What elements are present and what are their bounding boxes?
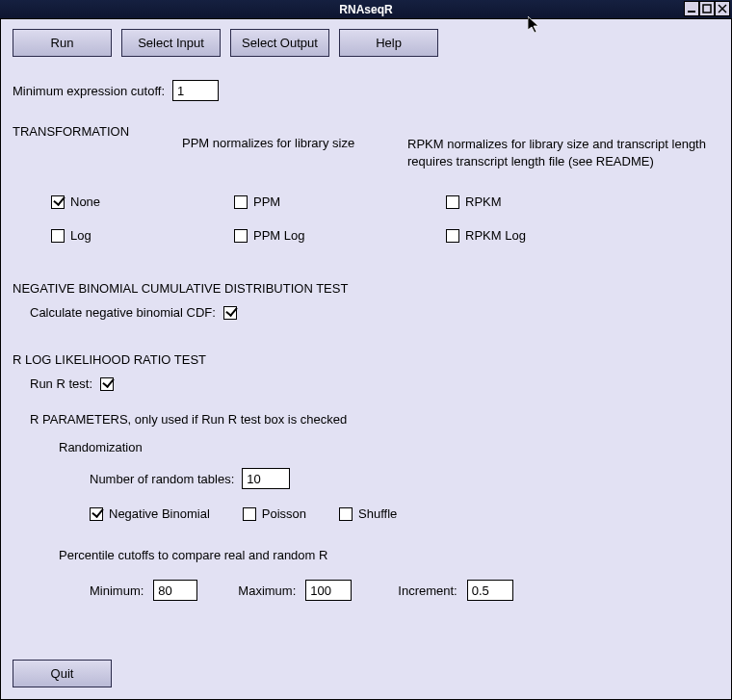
main-toolbar: Run Select Input Select Output Help [13, 29, 719, 57]
quit-button[interactable]: Quit [13, 660, 112, 687]
transform-ppm[interactable]: PPM [234, 194, 436, 209]
shuffle-checkbox[interactable] [339, 507, 353, 521]
nbcdf-label: Calculate negative binomial CDF: [30, 305, 216, 320]
randomization-heading: Randomization [59, 440, 719, 454]
transform-log[interactable]: Log [51, 228, 224, 243]
percentile-max-label: Maximum: [238, 583, 296, 598]
transform-rpkm-log[interactable]: RPKM Log [446, 228, 732, 243]
min-expression-row: Minimum expression cutoff: [13, 80, 719, 101]
percentile-inc-input[interactable] [467, 580, 513, 601]
poisson-checkbox[interactable] [243, 507, 256, 521]
rpkm-description: RPKM normalizes for library size and tra… [407, 124, 732, 170]
num-tables-label: Number of random tables: [90, 472, 234, 486]
poisson-label: Poisson [262, 506, 306, 521]
select-input-button[interactable]: Select Input [121, 29, 221, 57]
transformation-options: None PPM RPKM Log PPM Log RPKM Log [51, 194, 719, 243]
percentile-min-input[interactable] [153, 580, 197, 601]
transform-none[interactable]: None [51, 194, 224, 209]
min-expression-input[interactable] [172, 80, 219, 101]
transform-rpkm-label: RPKM [465, 194, 502, 209]
window-body: Run Select Input Select Output Help Mini… [0, 19, 732, 700]
maximize-button[interactable] [699, 1, 715, 16]
poisson-option[interactable]: Poisson [243, 506, 306, 521]
rtest-run-label: Run R test: [30, 376, 92, 391]
rtest-run-row: Run R test: [30, 376, 719, 391]
transform-ppm-checkbox[interactable] [234, 195, 248, 209]
neg-binomial-label: Negative Binomial [109, 506, 210, 521]
minimize-button[interactable] [684, 1, 699, 16]
transformation-section: TRANSFORMATION PPM normalizes for librar… [13, 124, 719, 243]
shuffle-option[interactable]: Shuffle [339, 506, 397, 521]
r-params-heading: R PARAMETERS, only used if Run R test bo… [30, 412, 719, 427]
transform-rpkm[interactable]: RPKM [446, 194, 732, 209]
percentile-min-label: Minimum: [90, 583, 144, 598]
transform-rpkm-log-checkbox[interactable] [446, 229, 459, 243]
shuffle-label: Shuffle [358, 506, 397, 521]
ppm-description: PPM normalizes for library size [182, 124, 384, 170]
nbcdf-checkbox[interactable] [223, 306, 237, 320]
transformation-descriptions: PPM normalizes for library size RPKM nor… [182, 124, 732, 170]
rtest-heading: R LOG LIKELIHOOD RATIO TEST [13, 352, 719, 367]
distribution-row: Negative Binomial Poisson Shuffle [90, 506, 719, 521]
transform-log-label: Log [70, 228, 92, 243]
nbcdf-heading: NEGATIVE BINOMIAL CUMULATIVE DISTRIBUTIO… [13, 281, 719, 296]
window-titlebar: RNAseqR [0, 0, 732, 19]
transform-rpkm-checkbox[interactable] [446, 195, 459, 209]
help-button[interactable]: Help [339, 29, 438, 57]
num-tables-row: Number of random tables: [90, 468, 719, 489]
transform-log-checkbox[interactable] [51, 229, 65, 243]
transform-none-label: None [70, 194, 100, 209]
num-tables-input[interactable] [242, 468, 290, 489]
window-title: RNAseqR [339, 3, 392, 16]
min-expression-label: Minimum expression cutoff: [13, 84, 165, 98]
transform-ppm-log[interactable]: PPM Log [234, 228, 436, 243]
select-output-button[interactable]: Select Output [230, 29, 329, 57]
window-controls [684, 1, 730, 16]
nbcdf-row: Calculate negative binomial CDF: [30, 305, 719, 320]
close-button[interactable] [715, 1, 730, 16]
transform-none-checkbox[interactable] [51, 195, 65, 209]
neg-binomial-option[interactable]: Negative Binomial [90, 506, 210, 521]
percentile-row: Minimum: Maximum: Increment: [90, 580, 719, 601]
transform-ppm-log-checkbox[interactable] [234, 229, 248, 243]
percentile-inc-label: Increment: [398, 583, 457, 598]
transform-ppm-log-label: PPM Log [253, 228, 304, 243]
run-button[interactable]: Run [13, 29, 112, 57]
percentile-heading: Percentile cutoffs to compare real and r… [59, 548, 719, 562]
neg-binomial-checkbox[interactable] [90, 507, 103, 521]
transform-ppm-label: PPM [253, 194, 280, 209]
svg-rect-1 [703, 5, 711, 13]
percentile-max-input[interactable] [305, 580, 352, 601]
rtest-run-checkbox[interactable] [100, 377, 114, 391]
transform-rpkm-log-label: RPKM Log [465, 228, 526, 243]
